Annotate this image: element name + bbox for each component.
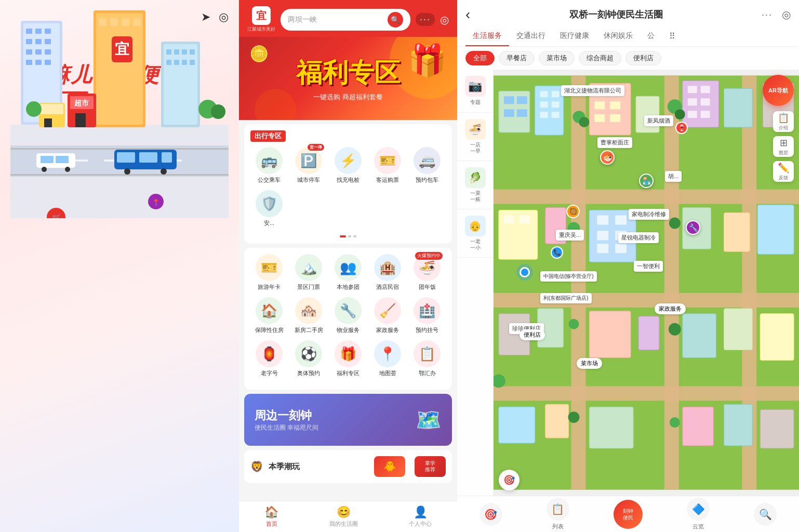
svg-rect-32 [164, 44, 197, 125]
svg-rect-90 [594, 114, 605, 122]
map-pin-telecom[interactable]: 📞 [551, 246, 563, 259]
svg-point-61 [65, 167, 70, 172]
nav-profile[interactable]: 👤 个人中心 [409, 506, 432, 528]
map-btn-center[interactable]: 刻钟便民 [614, 500, 643, 529]
service-item-yearcard[interactable]: 🎫 旅游年卡 [250, 254, 288, 291]
transport-item-bus[interactable]: 🚌 公交乘车 [250, 147, 288, 184]
map-more-dots[interactable]: ··· [762, 9, 773, 20]
service-item-oldshop[interactable]: 🏮 老字号 [250, 340, 288, 377]
svg-rect-98 [688, 111, 697, 118]
service-item-property[interactable]: 🔧 物业服务 [329, 297, 367, 334]
map-pin-tools[interactable]: 🔧 [686, 220, 700, 235]
service-item-housework[interactable]: 🧹 家政服务 [369, 297, 406, 334]
map-pin-wine[interactable]: 🍷 [675, 122, 688, 134]
svg-rect-83 [540, 112, 548, 118]
map-tab-transport[interactable]: 交通出行 [509, 27, 553, 46]
tool-feedback[interactable]: ✏️ 反馈 [773, 161, 794, 182]
sidebar-item-breakfast[interactable]: 🍜 一店一早 [457, 113, 493, 161]
svg-rect-17 [26, 49, 32, 55]
service-item-hotel[interactable]: 🏨 酒店民宿 [369, 254, 406, 291]
header-target-icon[interactable]: ◎ [440, 14, 449, 26]
app-header: 宜 江聚城市美好 两坝一峡 🔍 ··· ◎ [239, 0, 457, 37]
map-tab-health[interactable]: 医疗健康 [553, 27, 596, 46]
service-item-welfare[interactable]: 🎁 福利专区 [329, 340, 367, 377]
ar-btn-circle[interactable]: AR导航 [763, 75, 794, 106]
map-tab-leisure[interactable]: 休闲娱乐 [596, 27, 640, 46]
nav-home[interactable]: 🏠 首页 [264, 506, 278, 528]
filter-supermarket[interactable]: 综合商超 [579, 51, 621, 65]
bottom-navigation: 🏠 首页 😊 我的生活圈 👤 个人中心 [239, 501, 457, 532]
map-btn-search[interactable]: 🔍 [754, 503, 777, 526]
tool-introduce[interactable]: 📋 介绍 [773, 111, 794, 132]
service-item-tour[interactable]: 👥 本地参团 [329, 254, 367, 291]
filter-convenience[interactable]: 便利店 [625, 51, 661, 65]
search-button[interactable]: 🔍 [388, 12, 403, 28]
transport-item-charge[interactable]: ⚡ 找充电桩 [329, 147, 367, 184]
sidebar-item-elderly[interactable]: 👴 一老一小 [457, 209, 493, 258]
filter-all[interactable]: 全部 [465, 51, 495, 65]
svg-rect-44 [75, 113, 86, 127]
svg-rect-74 [504, 96, 514, 104]
svg-rect-99 [701, 111, 710, 118]
main-scroll-area[interactable]: 福利专区 一键选购 商超福利套餐 🎁 🪙 出行专区 🚌 公交乘车 [239, 37, 457, 501]
life-banner-sub: 便民生活圈 幸福咫尺间 [255, 423, 318, 432]
service-item-ehui[interactable]: 📋 鄂汇办 [408, 340, 446, 377]
map-label-appliance: 家电制冷维修 [629, 209, 669, 220]
nav-life[interactable]: 😊 我的生活圈 [329, 506, 358, 528]
map-area[interactable]: 📷 专题 🍜 一店一早 🥬 一菜一栋 👴 一老一小 [457, 70, 799, 532]
tool-layers[interactable]: ⊞ 图层 [773, 136, 794, 157]
svg-rect-22 [45, 60, 51, 65]
sidebar-item-vegetable[interactable]: 🥬 一菜一栋 [457, 161, 493, 209]
app-logo: 宜 江聚城市美好 [247, 6, 275, 33]
map-label-convenience: 一智便利 [634, 261, 663, 272]
profile-icon: 👤 [414, 506, 428, 519]
svg-rect-70 [571, 75, 585, 489]
svg-rect-27 [99, 18, 106, 26]
map-pin-food[interactable]: 🥘 [566, 205, 580, 218]
svg-rect-80 [552, 91, 560, 97]
life-banner[interactable]: 周边一刻钟 便民生活圈 幸福咫尺间 🗺️ [244, 394, 452, 446]
ar-nav-button[interactable]: AR导航 [763, 75, 794, 106]
map-btn-list[interactable]: 📋 列表 [547, 498, 569, 530]
map-pin-restaurant[interactable]: 🍜 [600, 150, 615, 165]
service-item-realestate[interactable]: 🏘️ 新房二手房 [290, 297, 327, 334]
more-button[interactable]: ··· [416, 13, 435, 26]
map-pin-shop[interactable]: 🏪 [639, 174, 654, 188]
svg-rect-40 [190, 60, 195, 65]
transport-item-ticket[interactable]: 🎫 客运购票 [369, 147, 406, 184]
service-item-housing[interactable]: 🏠 保障性住房 [250, 297, 288, 334]
svg-rect-16 [45, 39, 51, 44]
svg-point-138 [568, 411, 580, 423]
svg-rect-39 [182, 60, 187, 65]
filter-breakfast[interactable]: 早餐店 [499, 51, 535, 65]
service-item-dinner[interactable]: 🍜 火爆预约中 团年饭 [408, 254, 446, 291]
map-tab-public[interactable]: 公 [640, 27, 662, 46]
location-button[interactable]: 🎯 [499, 470, 520, 490]
svg-rect-37 [166, 60, 171, 65]
map-back-button[interactable]: ‹ [465, 6, 470, 23]
home-icon: 🏠 [264, 506, 278, 519]
map-tab-life[interactable]: 生活服务 [465, 27, 509, 46]
svg-text:宜: 宜 [115, 41, 129, 57]
svg-point-103 [579, 117, 589, 127]
transport-item-charter[interactable]: 🚐 预约包车 [408, 147, 446, 184]
hot-badge: 火爆预约中 [415, 252, 443, 260]
map-btn-location[interactable]: 🎯 [480, 503, 502, 526]
map-tab-grid[interactable]: ⠿ [662, 27, 683, 46]
svg-rect-46 [41, 104, 63, 114]
service-item-hospital[interactable]: 🏥 预约挂号 [408, 297, 446, 334]
sidebar-item-topic[interactable]: 📷 专题 [457, 70, 493, 113]
map-title: 双桥一刻钟便民生活圈 [475, 8, 756, 21]
app-logo-subtitle: 江聚城市美好 [247, 26, 275, 33]
map-btn-vr[interactable]: 🔷 云览 [687, 498, 710, 530]
transport-item-safety[interactable]: 🛡️ 安... [250, 190, 288, 227]
service-item-map[interactable]: 📍 地图荟 [369, 340, 406, 377]
transport-item-parking[interactable]: 🅿️ 宜一停 城市停车 [290, 147, 327, 184]
filter-market[interactable]: 菜市场 [539, 51, 575, 65]
service-item-sports[interactable]: ⚽ 奥体预约 [290, 340, 327, 377]
main-banner[interactable]: 福利专区 一键选购 商超福利套餐 🎁 🪙 [239, 37, 457, 120]
search-bar[interactable]: 两坝一峡 🔍 [281, 9, 410, 31]
service-item-scenic[interactable]: 🏔️ 景区门票 [290, 254, 327, 291]
map-target-icon[interactable]: ◎ [782, 8, 791, 21]
svg-rect-59 [56, 156, 69, 163]
